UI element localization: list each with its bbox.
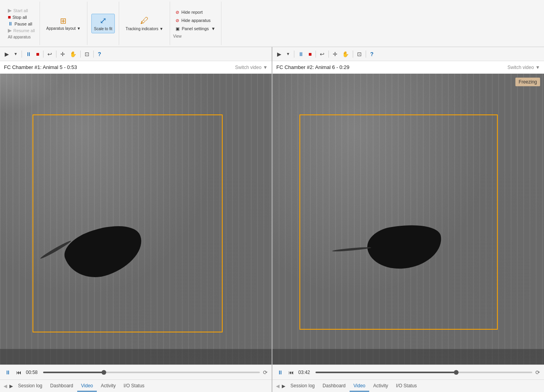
panel1-slider-fill — [43, 372, 104, 373]
panel1-divider-5 — [93, 51, 94, 58]
panel-settings-icon: ▣ — [176, 26, 180, 31]
panel1-tab-io-status[interactable]: I/O Status — [120, 381, 148, 392]
panel2-tab-activity[interactable]: Activity — [369, 381, 392, 392]
panel2-record-button[interactable]: ⊡ — [355, 50, 363, 58]
panel2-playback-pause-button[interactable]: ⏸ — [276, 369, 284, 376]
panel2-tab-nav-right[interactable]: ▶ — [281, 383, 287, 389]
panel1-time: 00:58 — [26, 370, 40, 375]
panel2-title: FC Chamber #2: Animal 6 - 0:29 — [276, 64, 349, 70]
panel2-tab-io-status[interactable]: I/O Status — [392, 381, 421, 392]
panel-settings-chevron: ▼ — [211, 26, 216, 31]
panel2-switch-video-chevron: ▼ — [535, 65, 540, 70]
panel1-skip-back-button[interactable]: ⏮ — [15, 369, 23, 376]
panel1-switch-video-chevron: ▼ — [263, 65, 268, 70]
panel1-divider-3 — [56, 51, 56, 58]
view-group-label: View — [173, 34, 218, 38]
panel1-divider-4 — [80, 51, 81, 58]
panel1-title: FC Chamber #1: Animal 5 - 0:53 — [4, 64, 77, 70]
pause-all-label: Pause all — [15, 22, 32, 26]
panel1-playback-pause-button[interactable]: ⏸ — [4, 369, 12, 376]
hide-apparatus-item[interactable]: ⊘ Hide apparatus — [173, 17, 218, 24]
panel2-play-button[interactable]: ▶ — [276, 50, 283, 58]
apparatus-layout-button[interactable]: ⊞ Apparatus layout ▼ — [44, 15, 83, 33]
panel1-record-button[interactable]: ⊡ — [83, 50, 91, 58]
pause-icon: ⏸ — [8, 21, 13, 27]
panel2-slider-thumb — [454, 370, 459, 375]
panel1-hand-button[interactable]: ✋ — [68, 50, 78, 58]
panel2-divider-4 — [353, 51, 353, 58]
panel2-loop-icon[interactable]: ⟳ — [535, 369, 540, 376]
panel2-skip-back-button[interactable]: ⏮ — [287, 369, 295, 376]
panel1-tab-video[interactable]: Video — [77, 381, 97, 392]
panel2-crosshair-button[interactable]: ✛ — [331, 50, 339, 58]
panel1-tab-activity[interactable]: Activity — [97, 381, 120, 392]
panel1-undo-button[interactable]: ↩ — [46, 50, 54, 58]
panel2-divider-5 — [366, 51, 366, 58]
panel1-play-button[interactable]: ▶ — [3, 50, 11, 58]
panel2-tab-session-log[interactable]: Session log — [287, 381, 319, 392]
tracking-indicators-group: 🖊 Tracking indicators ▼ — [119, 2, 170, 45]
resume-all-label: Resume all — [13, 28, 35, 33]
start-all-icon: ▶ — [8, 7, 12, 13]
panel2-help-button[interactable]: ? — [368, 50, 375, 58]
panel2-switch-video-button[interactable]: Switch video ▼ — [508, 65, 540, 70]
panel-1: ▶ ▼ ⏸ ■ ↩ ✛ ✋ ⊡ ? FC Chamber #1: Animal … — [0, 47, 272, 392]
panel2-bottom-tabs: ◀ ▶ Session log Dashboard Video Activity… — [272, 379, 544, 392]
panel2-undo-button[interactable]: ↩ — [318, 50, 326, 58]
panel1-tab-nav-left[interactable]: ◀ — [2, 383, 8, 389]
panel1-crosshair-button[interactable]: ✛ — [59, 50, 67, 58]
panel2-bottom-grate — [272, 349, 544, 365]
scale-to-fit-button[interactable]: ⤢ Scale to fit — [91, 14, 115, 33]
panel2-pause-button[interactable]: ⏸ — [297, 50, 305, 58]
panel1-slider-thumb — [102, 370, 106, 375]
panel2-stop-button[interactable]: ■ — [307, 50, 313, 58]
start-all-row[interactable]: ▶ Start all — [8, 7, 35, 13]
panel-2: ▶ ▼ ⏸ ■ ↩ ✛ ✋ ⊡ ? FC Chamber #2: Animal … — [272, 47, 544, 392]
hide-report-item[interactable]: ⊘ Hide report — [173, 9, 218, 16]
scale-to-fit-label: Scale to fit — [94, 27, 112, 31]
tracking-indicators-label: Tracking indicators ▼ — [125, 27, 163, 31]
panel1-stop-button[interactable]: ■ — [34, 50, 41, 58]
panel1-bottom-tabs: ◀ ▶ Session log Dashboard Video Activity… — [0, 379, 272, 392]
stop-all-row[interactable]: ■ Stop all — [8, 14, 35, 20]
panel1-loop-icon[interactable]: ⟳ — [263, 369, 268, 376]
panel1-tab-dashboard[interactable]: Dashboard — [46, 381, 77, 392]
grid-icon: ⊞ — [60, 16, 67, 25]
panel1-tab-session-log[interactable]: Session log — [14, 381, 46, 392]
panel2-tab-video[interactable]: Video — [350, 381, 369, 392]
panel2-tab-nav-left[interactable]: ◀ — [275, 383, 281, 389]
panel1-video-area — [0, 74, 272, 365]
resume-all-row[interactable]: ▶ Resume all — [8, 27, 35, 33]
panel2-video-header: FC Chamber #2: Animal 6 - 0:29 Switch vi… — [272, 61, 544, 74]
panel1-video-header: FC Chamber #1: Animal 5 - 0:53 Switch vi… — [0, 61, 272, 74]
panel1-camera-noise — [0, 74, 272, 365]
start-all-label: Start all — [13, 8, 28, 13]
panel1-playback-bar: ⏸ ⏮ 00:58 ⟳ — [0, 365, 272, 379]
panel1-help-button[interactable]: ? — [96, 50, 103, 58]
panel-settings-item[interactable]: ▣ Panel settings ▼ — [173, 25, 218, 33]
panel2-play-dropdown[interactable]: ▼ — [285, 51, 292, 57]
panel2-tab-dashboard[interactable]: Dashboard — [319, 381, 350, 392]
panel2-hand-button[interactable]: ✋ — [341, 50, 350, 58]
hide-apparatus-icon: ⊘ — [176, 18, 179, 23]
panel1-switch-video-button[interactable]: Switch video ▼ — [235, 65, 268, 70]
panel1-switch-video-label: Switch video — [235, 65, 261, 70]
pause-all-row[interactable]: ⏸ Pause all — [8, 21, 35, 27]
hide-apparatus-label: Hide apparatus — [181, 18, 211, 23]
panel2-divider-3 — [328, 51, 329, 58]
freezing-badge: Freezing — [515, 78, 540, 86]
panel2-video-area: Freezing — [272, 74, 544, 365]
scale-icon: ⤢ — [100, 16, 107, 26]
panel1-play-dropdown[interactable]: ▼ — [12, 51, 19, 57]
resume-icon: ▶ — [8, 27, 12, 33]
tracking-indicators-button[interactable]: 🖊 Tracking indicators ▼ — [123, 14, 165, 33]
panel1-slider[interactable] — [43, 372, 260, 373]
panel2-camera-bg: Freezing — [272, 74, 544, 365]
panel1-pause-button[interactable]: ⏸ — [24, 50, 33, 58]
all-apparatus-label: All apparatus — [8, 35, 35, 39]
panel2-slider[interactable] — [316, 372, 532, 373]
panel1-divider-1 — [22, 51, 22, 58]
panel-settings-label: Panel settings — [182, 26, 209, 31]
view-group: ⊘ Hide report ⊘ Hide apparatus ▣ Panel s… — [170, 2, 221, 45]
panel1-tab-nav-right[interactable]: ▶ — [8, 383, 14, 389]
